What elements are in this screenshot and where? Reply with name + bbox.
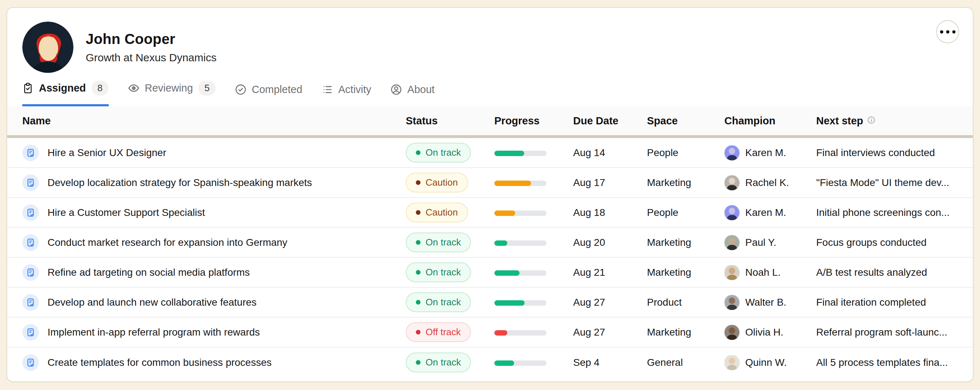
info-icon[interactable] bbox=[867, 115, 876, 127]
champion-name: Quinn W. bbox=[745, 357, 787, 368]
status-label: On track bbox=[426, 297, 461, 308]
status-label: On track bbox=[426, 357, 461, 368]
avatar bbox=[724, 265, 740, 280]
task-champion-cell: Quinn W. bbox=[724, 355, 816, 370]
task-champion-cell: Walter B. bbox=[724, 295, 816, 310]
table-row[interactable]: Conduct market research for expansion in… bbox=[7, 228, 973, 258]
task-clipboard-icon bbox=[22, 145, 39, 161]
task-space-cell: People bbox=[647, 207, 724, 219]
task-due-date-cell: Aug 27 bbox=[573, 326, 647, 338]
tab-completed[interactable]: Completed bbox=[235, 84, 302, 106]
task-name-cell: Implement in-app referral program with r… bbox=[22, 324, 406, 340]
status-label: On track bbox=[426, 147, 461, 158]
task-champion-cell: Olivia H. bbox=[724, 325, 816, 340]
table-row[interactable]: Develop localization strategy for Spanis… bbox=[7, 168, 973, 198]
task-due-date-cell: Aug 17 bbox=[573, 177, 647, 189]
tabs: Assigned8Reviewing5CompletedActivityAbou… bbox=[7, 75, 973, 106]
progress-fill bbox=[494, 181, 531, 186]
avatar bbox=[724, 325, 740, 340]
profile-name: John Cooper bbox=[86, 31, 216, 47]
task-clipboard-icon bbox=[22, 234, 39, 251]
check-circle-icon bbox=[235, 84, 246, 95]
task-table-body: Hire a Senior UX DesignerOn trackAug 14P… bbox=[7, 138, 973, 377]
avatar bbox=[724, 355, 740, 370]
profile-avatar bbox=[22, 22, 73, 73]
status-dot-icon bbox=[416, 330, 420, 334]
status-dot-icon bbox=[416, 150, 420, 155]
task-space-cell: People bbox=[647, 147, 724, 158]
column-header-next-step: Next step bbox=[816, 115, 959, 127]
status-badge[interactable]: Caution bbox=[406, 203, 468, 222]
tab-activity[interactable]: Activity bbox=[322, 84, 372, 106]
avatar bbox=[724, 205, 740, 220]
task-space-cell: General bbox=[647, 357, 724, 368]
champion-name: Noah L. bbox=[745, 267, 781, 278]
task-progress-cell bbox=[494, 147, 573, 158]
status-badge[interactable]: On track bbox=[406, 232, 471, 252]
task-status-cell: Off track bbox=[406, 322, 494, 342]
tab-about[interactable]: About bbox=[391, 84, 434, 106]
tab-reviewing[interactable]: Reviewing5 bbox=[128, 81, 216, 106]
task-name: Refine ad targeting on social media plat… bbox=[48, 267, 250, 278]
table-row[interactable]: Implement in-app referral program with r… bbox=[7, 318, 973, 347]
task-clipboard-icon bbox=[22, 324, 39, 340]
avatar bbox=[724, 175, 740, 190]
task-status-cell: Caution bbox=[406, 173, 494, 192]
profile-subtitle: Growth at Nexus Dynamics bbox=[86, 51, 216, 64]
task-name: Implement in-app referral program with r… bbox=[48, 326, 260, 338]
task-name-cell: Hire a Customer Support Specialist bbox=[22, 205, 406, 221]
table-row[interactable]: Hire a Customer Support SpecialistCautio… bbox=[7, 198, 973, 228]
task-next-step-cell: Final iteration completed bbox=[816, 297, 959, 308]
status-label: Caution bbox=[426, 177, 458, 188]
table-row[interactable]: Refine ad targeting on social media plat… bbox=[7, 258, 973, 288]
progress-fill bbox=[494, 211, 515, 216]
champion-name: Karen M. bbox=[745, 147, 786, 158]
task-status-cell: On track bbox=[406, 232, 494, 252]
profile-header: John Cooper Growth at Nexus Dynamics bbox=[7, 8, 973, 75]
status-badge[interactable]: On track bbox=[406, 262, 471, 282]
status-badge[interactable]: On track bbox=[406, 143, 471, 163]
task-status-cell: On track bbox=[406, 353, 494, 372]
task-name-cell: Develop localization strategy for Spanis… bbox=[22, 174, 406, 191]
avatar bbox=[724, 295, 740, 310]
status-dot-icon bbox=[416, 240, 420, 245]
task-space-cell: Marketing bbox=[647, 177, 724, 189]
task-progress-cell bbox=[494, 357, 573, 368]
progress-bar bbox=[494, 181, 547, 186]
progress-bar bbox=[494, 240, 547, 246]
status-label: On track bbox=[426, 267, 461, 278]
status-badge[interactable]: On track bbox=[406, 292, 471, 312]
status-dot-icon bbox=[416, 300, 420, 305]
task-clipboard-icon bbox=[22, 205, 39, 221]
eye-icon bbox=[128, 83, 139, 94]
task-champion-cell: Karen M. bbox=[724, 205, 816, 220]
task-space-cell: Product bbox=[647, 297, 724, 308]
progress-fill bbox=[494, 300, 525, 306]
more-options-button[interactable] bbox=[936, 20, 959, 43]
progress-fill bbox=[494, 240, 507, 246]
task-champion-cell: Noah L. bbox=[724, 265, 816, 280]
column-header-name: Name bbox=[22, 115, 406, 127]
status-badge[interactable]: On track bbox=[406, 353, 471, 372]
ellipsis-icon bbox=[952, 30, 956, 34]
ellipsis-icon bbox=[946, 30, 950, 34]
table-row[interactable]: Create templates for common business pro… bbox=[7, 347, 973, 377]
progress-fill bbox=[494, 151, 524, 156]
table-row[interactable]: Develop and launch new collaborative fea… bbox=[7, 288, 973, 318]
task-space-cell: Marketing bbox=[647, 326, 724, 338]
tab-assigned[interactable]: Assigned8 bbox=[22, 81, 109, 106]
avatar bbox=[724, 145, 740, 160]
column-header-status: Status bbox=[406, 115, 494, 127]
task-name-cell: Conduct market research for expansion in… bbox=[22, 234, 406, 251]
task-champion-cell: Rachel K. bbox=[724, 175, 816, 190]
status-badge[interactable]: Off track bbox=[406, 322, 471, 342]
column-header-due-date: Due Date bbox=[573, 115, 647, 127]
status-label: On track bbox=[426, 237, 461, 248]
task-name: Hire a Customer Support Specialist bbox=[48, 207, 205, 219]
task-clipboard-icon bbox=[22, 264, 39, 281]
status-badge[interactable]: Caution bbox=[406, 173, 468, 192]
task-clipboard-icon bbox=[22, 294, 39, 311]
clipboard-check-icon bbox=[22, 83, 33, 94]
status-label: Off track bbox=[426, 326, 461, 338]
table-row[interactable]: Hire a Senior UX DesignerOn trackAug 14P… bbox=[7, 138, 973, 168]
